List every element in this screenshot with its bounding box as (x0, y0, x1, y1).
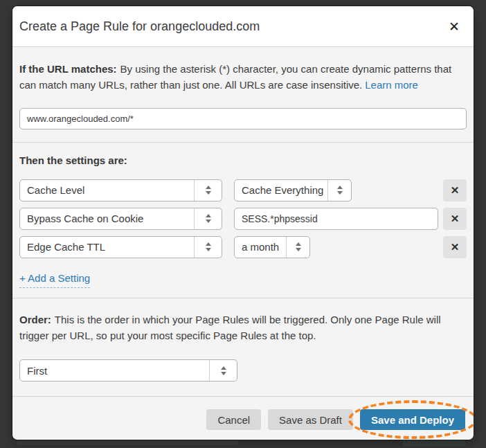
stepper-icon (194, 237, 222, 258)
remove-setting-button[interactable]: ✕ (443, 236, 467, 258)
stepper-icon (286, 237, 309, 258)
remove-setting-button[interactable]: ✕ (443, 179, 467, 201)
url-pattern-input[interactable] (19, 108, 467, 129)
setting-row: Bypass Cache on Cookie ✕ (19, 208, 467, 230)
stepper-icon (209, 360, 237, 381)
cancel-button[interactable]: Cancel (206, 409, 261, 430)
setting-type-select[interactable]: Edge Cache TTL (19, 236, 222, 258)
setting-row: Edge Cache TTL a month ✕ (19, 236, 467, 258)
modal-footer: Cancel Save as Draft Save and Deploy (12, 396, 474, 440)
setting-type-value: Cache Level (20, 180, 194, 201)
learn-more-link[interactable]: Learn more (365, 79, 418, 91)
close-icon[interactable]: ✕ (444, 19, 464, 35)
modal-header: Create a Page Rule for orangeclouded.com… (12, 6, 474, 46)
setting-value: a month (235, 237, 286, 258)
setting-value: Cache Everything (235, 180, 327, 201)
stepper-icon (194, 208, 222, 229)
setting-value-select[interactable]: a month (234, 236, 310, 258)
order-section: Order:This is the order in which your Pa… (12, 298, 474, 397)
settings-section: Then the settings are: Cache Level Cache… (12, 142, 474, 298)
background-page-remnant (403, 440, 465, 446)
url-match-label: If the URL matches: (19, 63, 117, 75)
remove-setting-button[interactable]: ✕ (443, 208, 467, 230)
save-and-deploy-wrap: Save and Deploy (360, 409, 465, 430)
settings-heading: Then the settings are: (19, 154, 467, 166)
setting-type-select[interactable]: Cache Level (19, 179, 222, 201)
stepper-icon (327, 180, 351, 201)
stepper-icon (194, 180, 222, 201)
order-value: First (20, 360, 209, 381)
background-status-bar (17, 440, 238, 445)
order-description-text: This is the order in which your Page Rul… (19, 314, 441, 341)
page-title: Create a Page Rule for orangeclouded.com (19, 19, 444, 34)
order-select[interactable]: First (19, 359, 237, 382)
order-description: Order:This is the order in which your Pa… (19, 312, 467, 344)
setting-type-value: Edge Cache TTL (20, 237, 194, 258)
order-label: Order: (19, 314, 51, 325)
setting-row: Cache Level Cache Everything ✕ (19, 179, 467, 201)
save-and-deploy-button[interactable]: Save and Deploy (360, 409, 465, 430)
url-match-description: If the URL matches:By using the asterisk… (19, 61, 467, 93)
url-match-section: If the URL matches:By using the asterisk… (12, 46, 474, 142)
create-page-rule-modal: Create a Page Rule for orangeclouded.com… (12, 6, 474, 440)
add-setting-link[interactable]: + Add a Setting (19, 272, 90, 288)
setting-value-input[interactable] (234, 208, 438, 230)
setting-value-select[interactable]: Cache Everything (234, 179, 352, 201)
setting-type-value: Bypass Cache on Cookie (20, 208, 194, 229)
setting-type-select[interactable]: Bypass Cache on Cookie (19, 208, 222, 230)
save-as-draft-button[interactable]: Save as Draft (268, 409, 353, 430)
